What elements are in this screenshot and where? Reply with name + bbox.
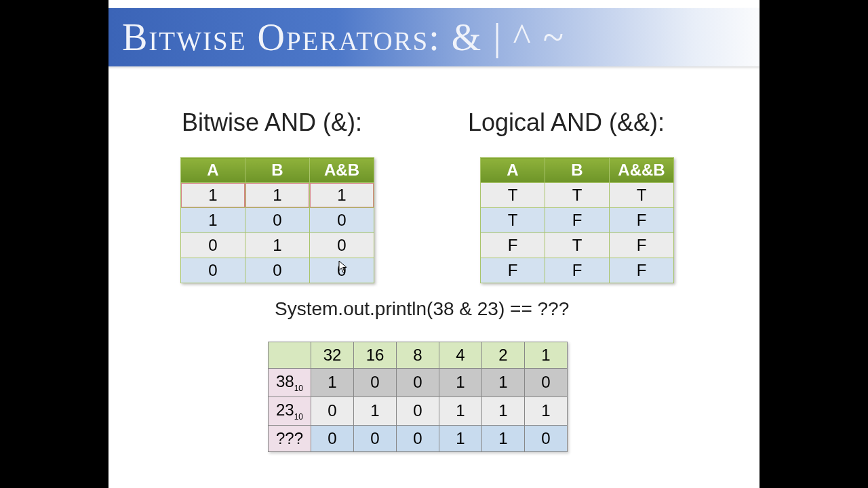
row-label: 2310	[269, 396, 311, 425]
table-row: T T T	[481, 183, 674, 208]
col-header: B	[545, 158, 610, 183]
table-row: T F F	[481, 208, 674, 233]
table-row: 1 0 0	[181, 208, 374, 233]
header-title: Bitwise Operators: & | ^ ~	[122, 16, 565, 59]
bitwise-section-title: Bitwise AND (&):	[182, 108, 362, 137]
row-label: ???	[269, 425, 311, 451]
slide-header: Bitwise Operators: & | ^ ~	[108, 8, 760, 66]
table-row: F T F	[481, 233, 674, 258]
operand-row: 2310 0 1 0 1 1 1	[269, 396, 568, 425]
col-header: A&B	[310, 158, 374, 183]
slide: Bitwise Operators: & | ^ ~ Bitwise AND (…	[108, 0, 760, 488]
col-header: B	[245, 158, 310, 183]
code-example: System.out.println(38 & 23) == ???	[275, 298, 569, 320]
table-row: 0 1 0	[181, 233, 374, 258]
col-header: A	[481, 158, 545, 183]
logical-truth-table: A B A&&B T T T T F F F T F F F F	[480, 157, 674, 283]
place-value-row: 32 16 8 4 2 1	[269, 342, 568, 369]
bitwise-truth-table: A B A&B 1 1 1 1 0 0 0 1 0 0 0 0	[180, 157, 374, 283]
table-row: 0 0 0	[181, 258, 374, 283]
col-header: A&&B	[610, 158, 674, 183]
table-row: 1 1 1	[181, 183, 374, 208]
col-header: A	[181, 158, 245, 183]
result-row: ??? 0 0 0 1 1 0	[269, 425, 568, 451]
logical-section-title: Logical AND (&&):	[468, 108, 665, 137]
table-row: F F F	[481, 258, 674, 283]
empty-corner	[269, 342, 311, 369]
row-label: 3810	[269, 369, 311, 397]
binary-calculation-table: 32 16 8 4 2 1 3810 1 0 0 1 1 0 2310 0 1 …	[268, 342, 568, 452]
operand-row: 3810 1 0 0 1 1 0	[269, 369, 568, 397]
